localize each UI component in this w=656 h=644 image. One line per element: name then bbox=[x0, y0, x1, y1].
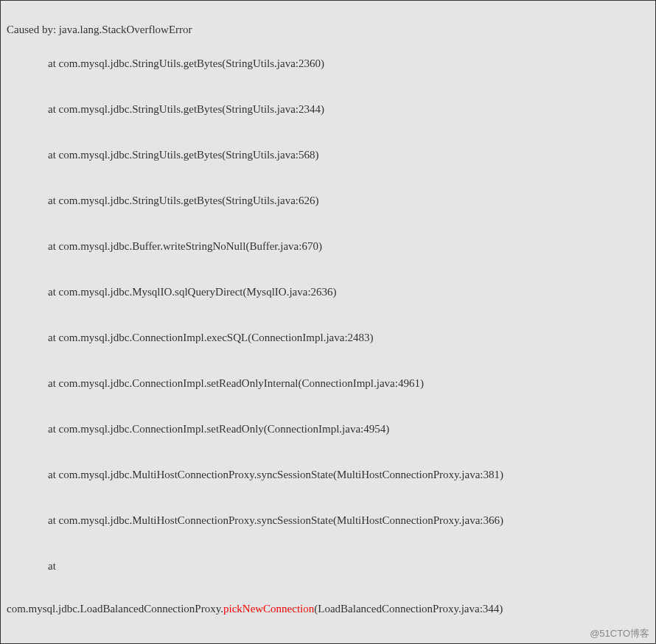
stack-frame: at com.mysql.jdbc.MultiHostConnectionPro… bbox=[7, 509, 649, 531]
stack-frame: at com.mysql.jdbc.StringUtils.getBytes(S… bbox=[7, 98, 649, 120]
stacktrace-container: Caused by: java.lang.StackOverflowError … bbox=[1, 1, 655, 644]
frame-method-highlight: pickNewConnection bbox=[223, 603, 314, 615]
exception-header: Caused by: java.lang.StackOverflowError bbox=[7, 18, 649, 41]
stack-frame: at com.mysql.jdbc.ConnectionImpl.execSQL… bbox=[7, 326, 649, 349]
stack-frame-highlighted: com.mysql.jdbc.LoadBalancedConnectionPro… bbox=[7, 598, 649, 620]
stack-frame: at com.mysql.jdbc.MysqlIO.sqlQueryDirect… bbox=[7, 281, 649, 303]
stack-frame: at com.mysql.jdbc.Buffer.writeStringNoNu… bbox=[7, 235, 649, 257]
frame-suffix: (LoadBalancedConnectionProxy.java:344) bbox=[314, 603, 503, 615]
frame-prefix: com.mysql.jdbc.LoadBalancedConnectionPro… bbox=[7, 603, 223, 615]
stack-frame: at com.mysql.jdbc.StringUtils.getBytes(S… bbox=[7, 52, 649, 74]
stack-frame-at: at bbox=[7, 640, 649, 644]
watermark-label: @51CTO博客 bbox=[590, 627, 649, 640]
stack-frame: at com.mysql.jdbc.MultiHostConnectionPro… bbox=[7, 463, 649, 486]
stack-frame: at com.mysql.jdbc.StringUtils.getBytes(S… bbox=[7, 144, 649, 166]
stack-frame: at com.mysql.jdbc.ConnectionImpl.setRead… bbox=[7, 418, 649, 440]
stack-frame: at com.mysql.jdbc.StringUtils.getBytes(S… bbox=[7, 189, 649, 211]
stack-frame: at com.mysql.jdbc.ConnectionImpl.setRead… bbox=[7, 372, 649, 394]
stack-frame-at: at bbox=[7, 555, 649, 577]
